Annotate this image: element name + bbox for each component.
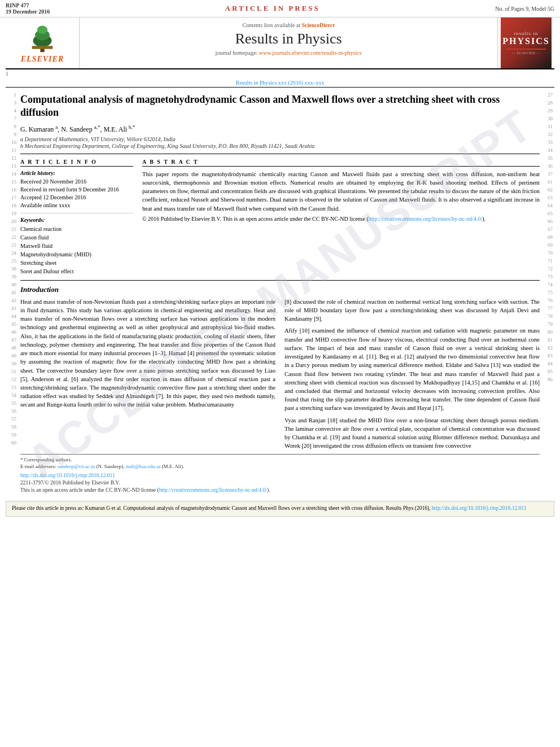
cc-link[interactable]: http://creativecommons.org/licenses/by-n… bbox=[369, 216, 482, 222]
results-badge: results in PHYSICS — ELSEVIER — bbox=[501, 18, 552, 68]
author-sup-a2: a,* bbox=[94, 124, 100, 130]
doi-bottom-link[interactable]: http://dx.doi.org/10.1016/j.rinp.2016.12… bbox=[20, 473, 115, 478]
kw-3: Maxwell fluid bbox=[20, 242, 133, 250]
page-number: 1 bbox=[0, 69, 560, 78]
rinp-label: RINP 477 19 December 2016 bbox=[6, 2, 50, 15]
keywords-list: Chemical reaction Casson fluid Maxwell f… bbox=[20, 225, 133, 276]
intro-right-text: [8] discussed the role of chemical react… bbox=[285, 298, 540, 324]
article-title: Computational analysis of magnetohydrody… bbox=[20, 93, 540, 120]
doi-header-link[interactable]: Results in Physics xxx (2016) xxx–xxx bbox=[236, 80, 325, 86]
citation-link[interactable]: http://dx.doi.org/10.1016/j.rinp.2016.12… bbox=[432, 505, 527, 511]
journal-title: Results in Physics bbox=[85, 30, 492, 47]
kw-1: Chemical reaction bbox=[20, 225, 133, 233]
divider-1 bbox=[20, 154, 540, 154]
author-sup-a: a bbox=[55, 124, 58, 130]
cc-bottom-link[interactable]: http://creativecommons.org/licenses/by-n… bbox=[159, 487, 267, 493]
elsevier-text-label: ELSEVIER bbox=[21, 55, 64, 64]
article-info-heading: A R T I C L E I N F O bbox=[20, 159, 133, 167]
footnote-emails: E-mail addresses: sandeep@vit.ac.in (N. … bbox=[20, 463, 540, 470]
revised-row: Received in revised form 9 December 2016 bbox=[20, 186, 133, 194]
intro-left-col: Heat and mass transfer of non-Newtonian … bbox=[20, 298, 275, 451]
author-sup-b: b,* bbox=[129, 124, 135, 130]
article-info-abstract: A R T I C L E I N F O Article history: R… bbox=[20, 159, 540, 276]
article-in-press-label: ARTICLE IN PRESS bbox=[225, 4, 320, 13]
affiliation-b: b Mechanical Engineering Department, Col… bbox=[20, 143, 540, 149]
line-numbers-left: 1 3 4 7 8 9 10 11 12 13 14 15 16 17 18 1… bbox=[6, 90, 18, 497]
elsevier-tree-icon bbox=[20, 23, 65, 54]
history-label: Article history: bbox=[20, 170, 133, 176]
authors-line: G. Kumaran a, N. Sandeep a,*, M.E. Ali b… bbox=[20, 124, 540, 134]
article-body: ACCEPTED MANUSCRIPT 1 3 4 7 8 9 10 11 12… bbox=[0, 90, 560, 497]
badge-big-text: PHYSICS bbox=[502, 36, 549, 46]
email-link-2[interactable]: mali@ksu.edu.sa bbox=[125, 464, 160, 469]
content-wrapper: 1 3 4 7 8 9 10 11 12 13 14 15 16 17 18 1… bbox=[6, 90, 554, 497]
abstract-col: A B S T R A C T This paper reports the m… bbox=[142, 159, 540, 276]
no-of-pages-label: No. of Pages 9, Model 5G bbox=[495, 6, 554, 12]
science-direct-label: Contents lists available at ScienceDirec… bbox=[85, 22, 492, 28]
bottom-issn: 2211-3797/© 2016 Published by Elsevier B… bbox=[20, 479, 540, 487]
intro-body: Heat and mass transfer of non-Newtonian … bbox=[20, 298, 540, 451]
footnote-corresponding: * Corresponding authors. bbox=[20, 456, 540, 464]
doi-header: Results in Physics xxx (2016) xxx–xxx bbox=[6, 79, 554, 86]
top-bar: RINP 477 19 December 2016 ARTICLE IN PRE… bbox=[0, 0, 560, 18]
intro-heading: Introduction bbox=[20, 285, 540, 294]
intro-right-para3: Vyas and Ranjan [18] studied the MHD flo… bbox=[285, 416, 540, 451]
abstract-heading: A B S T R A C T bbox=[142, 159, 540, 167]
kw-2: Casson fluid bbox=[20, 233, 133, 242]
kw-6: Soret and Dufour effect bbox=[20, 267, 133, 276]
elsevier-logo-container: ELSEVIER bbox=[6, 18, 79, 68]
article-info-col: A R T I C L E I N F O Article history: R… bbox=[20, 159, 133, 276]
journal-center: Contents lists available at ScienceDirec… bbox=[79, 18, 498, 68]
journal-header: ELSEVIER Contents lists available at Sci… bbox=[6, 18, 554, 69]
citation-box: Please cite this article in press as: Ku… bbox=[6, 501, 554, 516]
bottom-open-access: This is an open access article under the… bbox=[20, 487, 540, 494]
received-row: Received 20 November 2016 bbox=[20, 178, 133, 186]
available-row: Available online xxxx bbox=[20, 202, 133, 209]
journal-homepage: journal homepage: www.journals.elsevier.… bbox=[85, 50, 492, 56]
bottom-doi-link: http://dx.doi.org/10.1016/j.rinp.2016.12… bbox=[20, 473, 540, 478]
cc-notice: © 2016 Published by Elsevier B.V. This i… bbox=[142, 215, 540, 223]
intro-right-para2: Afify [10] examined the influence of che… bbox=[285, 326, 540, 412]
results-badge-container: results in PHYSICS — ELSEVIER — bbox=[498, 18, 554, 68]
footnote: * Corresponding authors. E-mail addresse… bbox=[20, 454, 540, 470]
line-numbers-right: 27 28 29 30 31 32 33 34 35 36 37 61 62 6… bbox=[542, 90, 554, 497]
elsevier-logo: ELSEVIER bbox=[20, 23, 65, 64]
accepted-row: Accepted 12 December 2016 bbox=[20, 194, 133, 202]
kw-5: Stretching sheet bbox=[20, 259, 133, 267]
intro-left-text: Heat and mass transfer of non-Newtonian … bbox=[20, 298, 275, 409]
homepage-link[interactable]: www.journals.elsevier.com/results-in-phy… bbox=[259, 50, 362, 56]
kw-4: Magnetohydrodynamic (MHD) bbox=[20, 250, 133, 259]
affiliation-a: a Department of Mathematics, VIT Univers… bbox=[20, 136, 540, 142]
email-link-1[interactable]: sandeep@vit.ac.in bbox=[58, 464, 95, 469]
science-direct-link[interactable]: ScienceDirect bbox=[301, 22, 334, 28]
badge-small-text: results in bbox=[514, 30, 539, 36]
citation-prefix: Please cite this article in press as: Ku… bbox=[12, 505, 430, 511]
svg-point-3 bbox=[37, 25, 47, 34]
svg-rect-4 bbox=[32, 46, 53, 49]
main-content: Computational analysis of magnetohydrody… bbox=[18, 90, 542, 497]
abstract-text: This paper reports the magnetohydrodynam… bbox=[142, 170, 540, 213]
keywords-label: Keywords: bbox=[20, 217, 133, 223]
intro-right-col: [8] discussed the role of chemical react… bbox=[285, 298, 540, 451]
divider-2 bbox=[20, 280, 540, 281]
